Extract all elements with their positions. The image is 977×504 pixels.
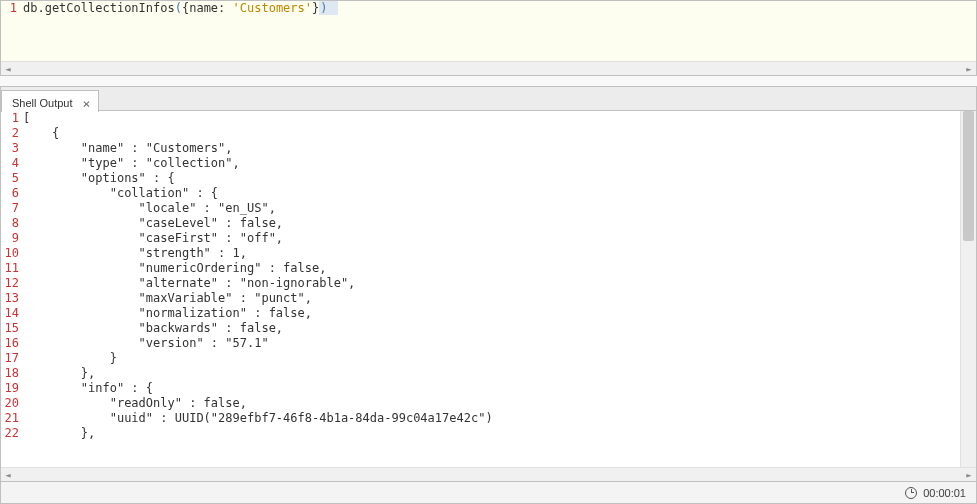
output-line: "alternate" : "non-ignorable", [23, 276, 960, 291]
line-number: 4 [1, 156, 19, 171]
output-viewer[interactable]: [ { "name" : "Customers", "type" : "coll… [23, 111, 960, 467]
output-line: "numericOrdering" : false, [23, 261, 960, 276]
input-gutter: 1 [1, 1, 21, 61]
line-number: 5 [1, 171, 19, 186]
line-number: 15 [1, 321, 19, 336]
line-number: 12 [1, 276, 19, 291]
line-number: 16 [1, 336, 19, 351]
tab-label: Shell Output [12, 97, 73, 109]
output-panel: Shell Output × 1234567891011121314151617… [0, 86, 977, 482]
output-line: }, [23, 366, 960, 381]
line-number: 11 [1, 261, 19, 276]
output-gutter: 12345678910111213141516171819202122 [1, 111, 23, 467]
output-line: "caseLevel" : false, [23, 216, 960, 231]
line-number: 19 [1, 381, 19, 396]
line-number: 3 [1, 141, 19, 156]
output-line: "caseFirst" : "off", [23, 231, 960, 246]
input-scrollbar-horizontal[interactable]: ◄ ► [1, 61, 976, 75]
close-icon[interactable]: × [81, 96, 93, 111]
line-number: 8 [1, 216, 19, 231]
output-line: "version" : "57.1" [23, 336, 960, 351]
status-bar: 00:00:01 [0, 482, 977, 504]
line-number: 10 [1, 246, 19, 261]
query-editor[interactable]: db.getCollectionInfos({name: 'Customers'… [21, 1, 976, 61]
output-line: } [23, 351, 960, 366]
elapsed-time: 00:00:01 [923, 487, 966, 499]
line-number: 7 [1, 201, 19, 216]
output-scrollbar-vertical[interactable] [960, 111, 976, 467]
tab-bar: Shell Output × [1, 87, 976, 111]
output-scrollbar-horizontal[interactable]: ◄ ► [1, 467, 976, 481]
scroll-left-icon[interactable]: ◄ [1, 62, 15, 76]
output-line: "normalization" : false, [23, 306, 960, 321]
line-number: 9 [1, 231, 19, 246]
scroll-left-icon[interactable]: ◄ [1, 468, 15, 482]
line-number: 14 [1, 306, 19, 321]
output-line: "name" : "Customers", [23, 141, 960, 156]
tab-shell-output[interactable]: Shell Output × [1, 90, 99, 112]
output-line: "options" : { [23, 171, 960, 186]
output-line: "uuid" : UUID("289efbf7-46f8-4b1a-84da-9… [23, 411, 960, 426]
line-number: 1 [1, 111, 19, 126]
output-line: "maxVariable" : "punct", [23, 291, 960, 306]
output-line: [ [23, 111, 960, 126]
output-line: "collation" : { [23, 186, 960, 201]
scroll-right-icon[interactable]: ► [962, 468, 976, 482]
scroll-right-icon[interactable]: ► [962, 62, 976, 76]
query-input-panel: 1 db.getCollectionInfos({name: 'Customer… [0, 0, 977, 76]
output-line: "strength" : 1, [23, 246, 960, 261]
output-line: "type" : "collection", [23, 156, 960, 171]
line-number: 18 [1, 366, 19, 381]
line-number: 17 [1, 351, 19, 366]
output-line: "info" : { [23, 381, 960, 396]
line-number: 20 [1, 396, 19, 411]
line-number: 6 [1, 186, 19, 201]
scroll-thumb[interactable] [963, 111, 974, 241]
panel-gap [0, 76, 977, 86]
clock-icon [905, 487, 917, 499]
output-line: "locale" : "en_US", [23, 201, 960, 216]
output-line: "readOnly" : false, [23, 396, 960, 411]
line-number: 21 [1, 411, 19, 426]
output-line: "backwards" : false, [23, 321, 960, 336]
line-number: 2 [1, 126, 19, 141]
output-line: { [23, 126, 960, 141]
output-line: }, [23, 426, 960, 441]
line-number: 22 [1, 426, 19, 441]
line-number: 13 [1, 291, 19, 306]
line-number: 1 [1, 1, 17, 15]
